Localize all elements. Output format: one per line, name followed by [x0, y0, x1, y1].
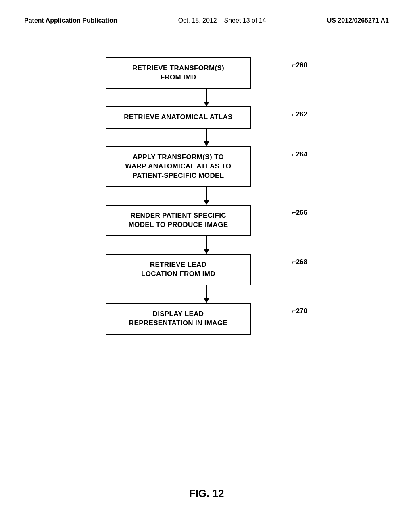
arrow-2: [106, 129, 307, 146]
arrow-shaft-5: [206, 285, 207, 298]
label-266: ⌐266: [292, 209, 307, 217]
arrow-head-4: [204, 249, 209, 254]
arrow-head-2: [204, 141, 209, 146]
arrow-shaft-4: [206, 236, 207, 249]
flow-row-270: DISPLAY LEAD REPRESENTATION IN IMAGE ⌐27…: [106, 303, 307, 335]
label-268: ⌐268: [292, 258, 307, 266]
flow-box-262: RETRIEVE ANATOMICAL ATLAS: [106, 106, 251, 129]
flow-row-260: RETRIEVE TRANSFORM(S) FROM IMD ⌐260: [106, 57, 307, 89]
arrow-line-4: [134, 236, 279, 254]
arrow-1: [106, 89, 307, 106]
figure-caption: FIG. 12: [189, 487, 224, 500]
page-header: Patent Application Publication Oct. 18, …: [0, 0, 413, 33]
flow-box-270: DISPLAY LEAD REPRESENTATION IN IMAGE: [106, 303, 251, 335]
flow-box-268: RETRIEVE LEAD LOCATION FROM IMD: [106, 254, 251, 285]
label-270: ⌐270: [292, 307, 307, 315]
label-264: ⌐264: [292, 150, 307, 158]
arrow-3: [106, 187, 307, 205]
arrow-shaft-3: [206, 187, 207, 200]
label-260: ⌐260: [292, 61, 307, 69]
flow-row-268: RETRIEVE LEAD LOCATION FROM IMD ⌐268: [106, 254, 307, 285]
arrow-shaft-2: [206, 129, 207, 141]
header-center: Oct. 18, 2012 Sheet 13 of 14: [178, 16, 266, 25]
flow-box-266: RENDER PATIENT-SPECIFIC MODEL TO PRODUCE…: [106, 205, 251, 236]
arrow-shaft-1: [206, 89, 207, 102]
arrow-line-2: [134, 129, 279, 146]
flow-row-266: RENDER PATIENT-SPECIFIC MODEL TO PRODUCE…: [106, 205, 307, 236]
header-date: Oct. 18, 2012: [178, 17, 217, 24]
label-262: ⌐262: [292, 110, 307, 118]
arrow-4: [106, 236, 307, 254]
flow-row-264: APPLY TRANSFORM(S) TO WARP ANATOMICAL AT…: [106, 146, 307, 187]
arrow-head-3: [204, 200, 209, 205]
arrow-line-3: [134, 187, 279, 205]
arrow-head-5: [204, 298, 209, 303]
arrow-5: [106, 285, 307, 303]
flow-row-262: RETRIEVE ANATOMICAL ATLAS ⌐262: [106, 106, 307, 129]
header-right-patent: US 2012/0265271 A1: [327, 16, 389, 25]
flow-box-260: RETRIEVE TRANSFORM(S) FROM IMD: [106, 57, 251, 89]
header-left-label: Patent Application Publication: [24, 16, 117, 25]
flow-box-264: APPLY TRANSFORM(S) TO WARP ANATOMICAL AT…: [106, 146, 251, 187]
arrow-line-1: [134, 89, 279, 106]
flowchart: RETRIEVE TRANSFORM(S) FROM IMD ⌐260 RETR…: [0, 33, 413, 334]
header-sheet: Sheet 13 of 14: [224, 17, 266, 24]
arrow-head-1: [204, 102, 209, 106]
arrow-line-5: [134, 285, 279, 303]
